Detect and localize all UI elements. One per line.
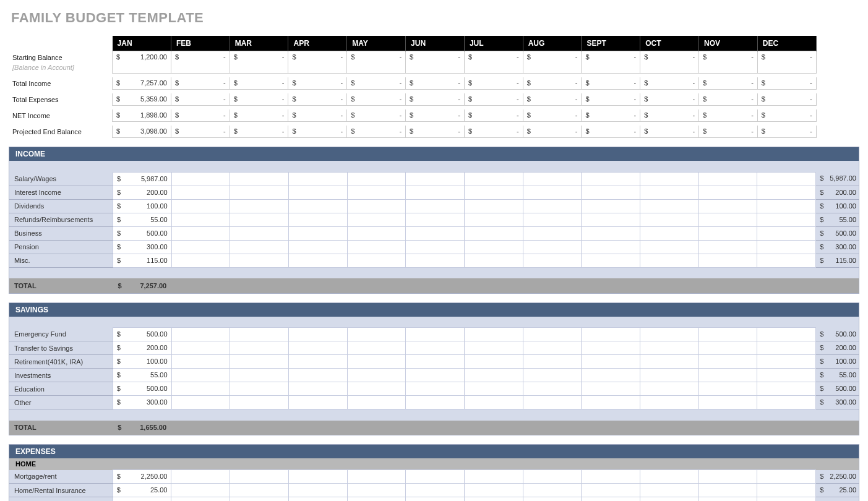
line-item-cell[interactable] [523, 240, 582, 254]
line-item-cell[interactable] [288, 382, 347, 396]
line-item-cell[interactable] [582, 328, 640, 341]
line-item-cell[interactable] [347, 213, 406, 226]
line-item-cell[interactable] [465, 341, 523, 355]
line-item-cell[interactable] [582, 355, 640, 369]
line-item-cell[interactable] [464, 470, 523, 484]
line-item-cell[interactable] [406, 328, 465, 341]
line-item-cell[interactable]: $200.00 [113, 186, 171, 199]
line-item-cell[interactable]: $100.00 [113, 355, 171, 369]
line-item-cell[interactable] [465, 328, 523, 341]
line-item-cell[interactable] [465, 240, 523, 254]
line-item-cell[interactable] [289, 172, 348, 186]
line-item-cell[interactable] [347, 186, 406, 199]
line-item-cell[interactable] [640, 470, 699, 484]
line-item-cell[interactable] [523, 213, 582, 226]
line-item-cell[interactable] [698, 226, 757, 240]
line-item-cell[interactable] [171, 341, 230, 355]
summary-cell[interactable]: $- [757, 126, 816, 138]
line-item-cell[interactable] [465, 396, 523, 409]
line-item-cell[interactable] [757, 213, 816, 226]
line-item-cell[interactable] [230, 172, 289, 186]
summary-cell[interactable]: $- [523, 77, 582, 90]
line-item-cell[interactable] [698, 213, 757, 226]
line-item-cell[interactable] [582, 186, 640, 199]
line-item-cell[interactable] [230, 254, 289, 267]
line-item-cell[interactable] [289, 199, 348, 213]
line-item-cell[interactable] [523, 396, 582, 409]
summary-cell[interactable]: $- [464, 51, 523, 74]
line-item-cell[interactable]: $300.00 [113, 396, 171, 409]
line-item-cell[interactable] [698, 470, 757, 484]
summary-cell[interactable]: $- [406, 77, 465, 90]
line-item-cell[interactable] [757, 240, 816, 254]
line-item-cell[interactable] [640, 328, 699, 341]
line-item-cell[interactable] [523, 199, 582, 213]
line-item-cell[interactable] [171, 396, 230, 409]
line-item-cell[interactable]: $300.00 [113, 240, 171, 254]
summary-cell[interactable]: $- [582, 93, 640, 106]
line-item-cell[interactable] [698, 328, 757, 341]
line-item-cell[interactable] [698, 484, 757, 497]
line-item-cell[interactable] [347, 355, 406, 369]
line-item-cell[interactable] [698, 254, 757, 267]
line-item-cell[interactable] [171, 186, 230, 199]
line-item-cell[interactable] [640, 341, 699, 355]
summary-cell[interactable]: $3,098.00 [113, 126, 171, 138]
line-item-cell[interactable]: $25.00 [113, 484, 171, 497]
line-item-cell[interactable] [523, 226, 582, 240]
summary-cell[interactable]: $- [406, 93, 465, 106]
line-item-cell[interactable] [347, 396, 406, 409]
line-item-cell[interactable] [640, 172, 699, 186]
line-item-cell[interactable] [289, 226, 348, 240]
line-item-cell[interactable] [171, 382, 230, 396]
line-item-cell[interactable] [406, 484, 465, 497]
line-item-cell[interactable] [347, 254, 406, 267]
summary-cell[interactable]: $- [523, 51, 582, 74]
line-item-cell[interactable] [406, 382, 465, 396]
line-item-cell[interactable] [230, 355, 289, 369]
line-item-cell[interactable] [406, 341, 465, 355]
line-item-cell[interactable]: $40.00 [113, 497, 171, 502]
line-item-cell[interactable] [523, 382, 582, 396]
summary-cell[interactable]: $- [640, 51, 699, 74]
line-item-cell[interactable] [698, 341, 757, 355]
line-item-cell[interactable] [171, 199, 230, 213]
summary-cell[interactable]: $- [406, 126, 465, 138]
line-item-cell[interactable] [230, 240, 289, 254]
summary-cell[interactable]: $- [640, 126, 699, 138]
line-item-cell[interactable] [406, 254, 465, 267]
summary-cell[interactable]: $- [640, 77, 699, 90]
summary-cell[interactable]: $- [640, 93, 699, 106]
line-item-cell[interactable] [347, 484, 406, 497]
line-item-cell[interactable] [698, 199, 757, 213]
line-item-cell[interactable] [171, 369, 230, 382]
line-item-cell[interactable] [640, 497, 699, 502]
summary-cell[interactable]: $- [347, 93, 406, 106]
line-item-cell[interactable] [465, 382, 523, 396]
line-item-cell[interactable] [582, 484, 640, 497]
summary-cell[interactable]: $- [464, 77, 523, 90]
line-item-cell[interactable] [640, 199, 699, 213]
summary-cell[interactable]: $- [582, 109, 640, 122]
summary-cell[interactable]: $- [699, 51, 758, 74]
line-item-cell[interactable] [171, 470, 230, 484]
line-item-cell[interactable] [347, 172, 406, 186]
line-item-cell[interactable] [171, 172, 230, 186]
line-item-cell[interactable]: $500.00 [113, 226, 171, 240]
summary-cell[interactable]: $- [406, 51, 465, 74]
line-item-cell[interactable] [230, 497, 289, 502]
line-item-cell[interactable] [523, 484, 582, 497]
line-item-cell[interactable] [640, 254, 699, 267]
line-item-cell[interactable] [171, 355, 230, 369]
summary-cell[interactable]: $- [523, 126, 582, 138]
summary-cell[interactable]: $- [406, 109, 465, 122]
summary-cell[interactable]: $7,257.00 [113, 77, 171, 90]
line-item-cell[interactable] [698, 172, 757, 186]
line-item-cell[interactable] [465, 226, 523, 240]
line-item-cell[interactable] [465, 186, 523, 199]
line-item-cell[interactable] [464, 497, 523, 502]
line-item-cell[interactable] [288, 355, 347, 369]
line-item-cell[interactable] [465, 254, 523, 267]
line-item-cell[interactable]: $115.00 [113, 254, 171, 267]
summary-cell[interactable]: $- [230, 77, 288, 90]
